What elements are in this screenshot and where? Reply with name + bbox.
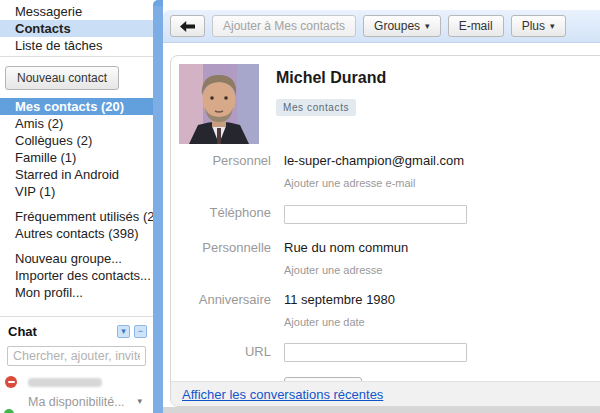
email-field-label: Personnel — [171, 152, 271, 189]
new-contact-button[interactable]: Nouveau contact — [5, 66, 119, 90]
add-address-link[interactable]: Ajouter une adresse — [284, 264, 408, 276]
online-status-icon — [4, 409, 14, 413]
chat-minimize-icon[interactable]: − — [134, 325, 147, 338]
phone-input[interactable] — [284, 205, 467, 224]
group-item-amis[interactable]: Amis (2) — [0, 115, 153, 132]
phone-field-row: Téléphone — [171, 204, 600, 224]
add-to-my-contacts-button[interactable]: Ajouter à Mes contacts — [212, 15, 356, 37]
contact-photo[interactable] — [179, 64, 259, 144]
chat-availability-label: Ma disponibilité... — [28, 395, 125, 409]
contact-groups-list: Mes contacts (20) Amis (2) Collègues (2)… — [0, 98, 153, 301]
chat-search-input[interactable] — [7, 346, 146, 366]
address-field-label: Personnelle — [171, 239, 271, 276]
group-item-frequents[interactable]: Fréquemment utilisés (20) — [0, 208, 153, 225]
chevron-down-icon: ▾ — [550, 21, 555, 31]
url-input[interactable] — [284, 343, 467, 362]
frame-left-bar — [153, 6, 163, 413]
chat-section: Chat ▾ − Ma disponibilité... ▾ — [0, 316, 153, 409]
contact-name[interactable]: Michel Durand — [276, 69, 386, 87]
contact-card: Michel Durand Mes contacts Personnel le-… — [170, 55, 600, 407]
group-membership-badge[interactable]: Mes contacts — [276, 99, 356, 116]
chat-title: Chat — [8, 324, 113, 339]
group-item-vip[interactable]: VIP (1) — [0, 183, 153, 200]
url-field-label: URL — [171, 343, 271, 363]
email-field-row: Personnel le-super-champion@gmail.com Aj… — [171, 152, 600, 189]
back-arrow-icon — [180, 21, 195, 32]
add-email-link[interactable]: Ajouter une adresse e-mail — [284, 177, 464, 189]
action-my-profile[interactable]: Mon profil... — [0, 284, 153, 301]
contact-photo-image — [179, 64, 259, 144]
birthday-value[interactable]: 11 septembre 1980 — [284, 291, 395, 308]
group-item-autres-contacts[interactable]: Autres contacts (398) — [0, 225, 153, 242]
contact-fields: Personnel le-super-champion@gmail.com Aj… — [171, 146, 600, 403]
nav-item-tasks[interactable]: Liste de tâches — [0, 37, 153, 54]
chevron-down-icon: ▾ — [425, 21, 430, 31]
groups-dropdown-label: Groupes — [374, 19, 420, 33]
sidebar: Messagerie Contacts Liste de tâches Nouv… — [0, 0, 153, 413]
chat-availability-selector[interactable]: Ma disponibilité... ▾ — [0, 395, 153, 409]
nav-item-contacts[interactable]: Contacts — [0, 20, 153, 37]
birthday-field-label: Anniversaire — [171, 291, 271, 328]
bottom-edge-strip — [163, 407, 600, 413]
birthday-field-row: Anniversaire 11 septembre 1980 Ajouter u… — [171, 291, 600, 328]
address-value[interactable]: Rue du nom commun — [284, 239, 408, 256]
phone-field-label: Téléphone — [171, 204, 271, 224]
group-item-famille[interactable]: Famille (1) — [0, 149, 153, 166]
chat-contact-name-redacted — [28, 378, 102, 387]
contact-detail-pane: Ajouter à Mes contacts Groupes ▾ E-mail … — [163, 0, 600, 413]
url-field-row: URL — [171, 343, 600, 363]
add-date-link[interactable]: Ajouter une date — [284, 316, 395, 328]
recent-conversations-link[interactable]: Afficher les conversations récentes — [182, 387, 383, 402]
busy-status-icon — [5, 376, 17, 388]
group-item-starred-android[interactable]: Starred in Android — [0, 166, 153, 183]
group-item-mes-contacts[interactable]: Mes contacts (20) — [0, 98, 153, 115]
email-value[interactable]: le-super-champion@gmail.com — [284, 152, 464, 169]
nav-item-label: Contacts — [15, 21, 71, 36]
contact-toolbar: Ajouter à Mes contacts Groupes ▾ E-mail … — [163, 10, 600, 43]
main-nav: Messagerie Contacts Liste de tâches — [0, 0, 153, 54]
chat-contact-row[interactable] — [0, 376, 153, 388]
nav-item-label: Liste de tâches — [15, 38, 102, 53]
nav-item-messagerie[interactable]: Messagerie — [0, 3, 153, 20]
address-field-row: Personnelle Rue du nom commun Ajouter un… — [171, 239, 600, 276]
chevron-down-icon: ▾ — [137, 396, 142, 406]
card-footer: Afficher les conversations récentes — [171, 381, 600, 406]
nav-item-label: Messagerie — [15, 4, 82, 19]
email-button[interactable]: E-mail — [448, 15, 504, 37]
more-dropdown-label: Plus — [522, 19, 545, 33]
more-dropdown-button[interactable]: Plus ▾ — [511, 15, 566, 37]
back-button[interactable] — [170, 15, 205, 37]
chat-options-icon[interactable]: ▾ — [117, 325, 130, 338]
action-new-group[interactable]: Nouveau groupe... — [0, 250, 153, 267]
groups-dropdown-button[interactable]: Groupes ▾ — [363, 15, 441, 37]
group-item-collegues[interactable]: Collègues (2) — [0, 132, 153, 149]
action-import-contacts[interactable]: Importer des contacts... — [0, 267, 153, 284]
